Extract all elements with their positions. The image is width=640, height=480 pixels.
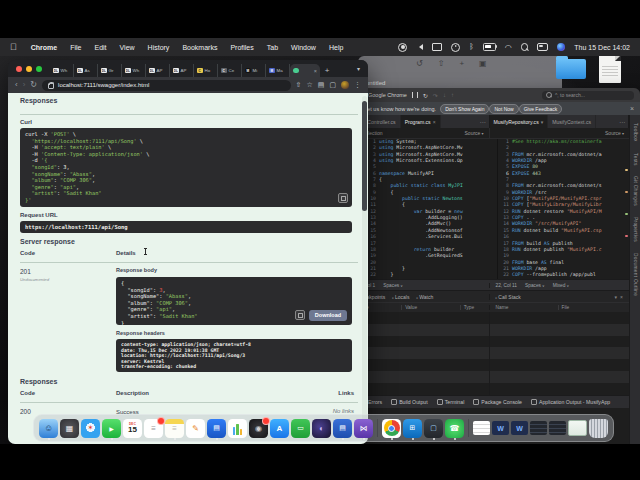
tab-call-stack[interactable]: Call Stack <box>496 294 521 300</box>
display-icon[interactable] <box>432 43 442 51</box>
browser-tab-active[interactable]: × <box>290 64 320 77</box>
minimized-document-dock-icon[interactable] <box>473 421 490 435</box>
vs-tab-musifycontext-cs[interactable]: MusifyContext.cs <box>548 115 596 128</box>
eclipse-dock-icon[interactable]: ◐ <box>312 419 331 438</box>
search-icon[interactable] <box>521 43 529 51</box>
browser-tab-6[interactable]: CHo <box>194 64 218 77</box>
menu-item-edit[interactable]: Edit <box>94 44 106 51</box>
battery-icon[interactable] <box>483 43 496 51</box>
menu-item-tab[interactable]: Tab <box>267 44 278 51</box>
share-icon[interactable]: ⇧ <box>296 81 302 89</box>
white-document-icon[interactable] <box>599 55 621 83</box>
minimized-code-window-dock-icon[interactable] <box>530 421 547 435</box>
panel-controls[interactable]: ▾× <box>615 294 623 300</box>
zoom-window-button[interactable] <box>36 66 42 72</box>
new-tab-button[interactable]: + <box>320 64 334 77</box>
notes-dock-icon[interactable]: ≡ <box>165 419 184 438</box>
anydesk-dock-icon[interactable]: ▭ <box>291 419 310 438</box>
close-icon[interactable]: × <box>433 119 436 125</box>
bluetooth-icon[interactable]: ᛒ <box>469 43 474 51</box>
close-window-button[interactable] <box>16 66 22 72</box>
numbers-dock-icon[interactable] <box>228 419 247 438</box>
side-tab-git-changes[interactable]: Git Changes <box>633 176 638 206</box>
side-tab-toolbox[interactable]: Toolbox <box>633 123 638 142</box>
vm-window-dock-icon[interactable]: ▢ <box>424 419 443 438</box>
tabs-icon[interactable]: ▣ <box>479 59 487 68</box>
address-bar[interactable]: localhost:7111/swagger/index.html <box>42 80 291 91</box>
tab-close-icon[interactable]: × <box>314 68 317 74</box>
tab-overflow-icon[interactable]: ⋯ <box>616 118 628 125</box>
background-window[interactable]: ↺⇧+▣ untitled <box>358 56 562 88</box>
volume-icon[interactable] <box>416 44 423 50</box>
scrollbar-thumb[interactable] <box>362 101 367 211</box>
side-tab-properties[interactable]: Properties <box>633 217 638 242</box>
safari-dock-icon[interactable]: ✶ <box>81 419 100 438</box>
reload-icon[interactable]: ↻ <box>30 81 37 89</box>
visual-studio-dock-icon[interactable]: ⋈ <box>354 419 373 438</box>
blue-folder-icon[interactable] <box>556 59 586 79</box>
dockerfile-editor[interactable]: 1#See https://aka.ms/containerfa2 3FROM … <box>498 139 629 279</box>
control-center-icon[interactable] <box>537 43 548 51</box>
screen-record-icon[interactable] <box>398 43 407 52</box>
side-tab-tests[interactable]: Tests <box>633 153 638 166</box>
copy-icon[interactable] <box>295 310 305 320</box>
chevron-down-icon[interactable]: ▾ <box>541 119 544 125</box>
lock-icon[interactable] <box>48 83 54 89</box>
launchpad-dock-icon[interactable]: ▦ <box>60 419 79 438</box>
menu-item-profiles[interactable]: Profiles <box>230 44 253 51</box>
keynote-dock-icon[interactable]: ▤ <box>207 419 226 438</box>
app-store-dock-icon[interactable]: A <box>270 419 289 438</box>
minimized-word-window-2-dock-icon[interactable]: W <box>511 421 528 435</box>
browser-tab-0[interactable]: DLWh <box>50 64 74 77</box>
run-target-label[interactable]: Google Chrome <box>368 92 407 98</box>
siri-icon[interactable] <box>557 43 565 51</box>
play-icon[interactable] <box>451 43 460 52</box>
vs-tab-program-cs[interactable]: Program.cs× <box>401 115 441 128</box>
don-t-show-again-button[interactable]: Don't Show Again <box>440 104 489 114</box>
not-now-button[interactable]: Not Now <box>489 104 518 114</box>
vs-tab-musifyrepository-cs[interactable]: MusifyRepository.cs▾ <box>490 115 549 128</box>
apple-menu-icon[interactable]:  <box>10 43 17 52</box>
menu-kebab-icon[interactable]: ⋮ <box>354 81 361 89</box>
give-feedback-button[interactable]: Give Feedback <box>519 104 563 114</box>
download-button[interactable]: Download <box>309 310 347 321</box>
source-dropdown[interactable]: Source <box>605 130 624 136</box>
menu-item-bookmarks[interactable]: Bookmarks <box>182 44 217 51</box>
minimized-sheet-window-dock-icon[interactable] <box>568 420 587 436</box>
browser-tab-9[interactable]: MMa <box>266 64 290 77</box>
browser-tab-8[interactable]: MMi <box>242 64 266 77</box>
finder-dock-icon[interactable]: ☺ <box>39 419 58 438</box>
restart-icon[interactable]: ↻ <box>423 92 428 99</box>
visual-studio-window[interactable]: Google Chrome ↻ ↷ ↓ ↑ ^, to search... le… <box>350 88 640 455</box>
history-icon[interactable]: ↺ <box>416 59 423 68</box>
pages-dock-icon[interactable]: ✎ <box>186 419 205 438</box>
menu-bar-clock[interactable]: Thu 15 Dec 14:02 <box>574 44 630 51</box>
minimize-window-button[interactable] <box>26 66 32 72</box>
status-item[interactable]: Spaces <box>383 283 403 288</box>
calendar-dock-icon[interactable]: DEC15 <box>123 419 142 438</box>
share-icon[interactable]: ⇧ <box>438 59 445 68</box>
docker-dock-icon[interactable]: ⊞ <box>403 419 422 438</box>
tab-locals[interactable]: Locals <box>392 294 409 300</box>
menu-item-chrome[interactable]: Chrome <box>31 44 57 51</box>
trash-dock-icon[interactable] <box>589 419 608 438</box>
side-panel-icon[interactable]: ▢ <box>329 81 336 89</box>
browser-tab-2[interactable]: DLGr <box>98 64 122 77</box>
tab-search-icon[interactable]: ▾ <box>357 65 360 72</box>
source-dropdown[interactable]: Source <box>465 130 484 136</box>
browser-tab-5[interactable]: DLAP <box>170 64 194 77</box>
bookmark-star-icon[interactable]: ☆ <box>306 81 312 89</box>
step-over-icon[interactable]: ↷ <box>433 92 438 99</box>
csharp-editor[interactable]: 1using System;2using Microsoft.AspNetCor… <box>350 139 498 279</box>
column-header-name[interactable]: Name <box>496 305 558 310</box>
browser-tab-7[interactable]: CCe <box>218 64 242 77</box>
column-header-type[interactable]: Type <box>460 305 483 310</box>
chrome-dock-icon[interactable] <box>382 419 401 438</box>
bottom-bar-terminal[interactable]: Terminal <box>437 399 465 405</box>
bottom-bar-application-output-musifyapp[interactable]: Application Output - MusifyApp <box>531 399 610 405</box>
column-header-value[interactable]: Value <box>401 305 460 310</box>
wifi-icon[interactable]: ◠ <box>505 44 512 51</box>
menu-item-help[interactable]: Help <box>329 44 343 51</box>
status-item[interactable]: 22, Col 11 <box>496 283 518 288</box>
remote-desktop-dock-icon[interactable]: ▤ <box>333 419 352 438</box>
